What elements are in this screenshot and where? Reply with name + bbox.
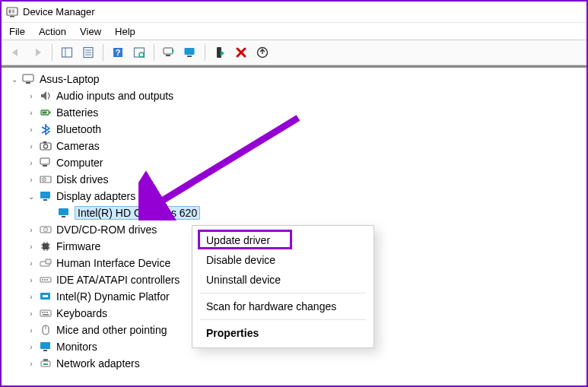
audio-icon — [38, 89, 53, 103]
tree-label: Display adapters — [56, 190, 135, 202]
ctx-scan[interactable]: Scan for hardware changes — [192, 297, 373, 316]
disk-icon — [38, 173, 53, 186]
monitor-icon — [38, 340, 53, 354]
show-hide-tree-button[interactable] — [57, 43, 77, 62]
ide-icon — [38, 273, 53, 287]
expand-icon[interactable]: › — [26, 241, 37, 252]
svg-rect-68 — [43, 359, 48, 361]
enable-device-button[interactable] — [210, 43, 230, 62]
svg-rect-2 — [9, 9, 11, 13]
svg-rect-30 — [43, 165, 47, 167]
svg-rect-34 — [40, 192, 50, 198]
tree-label: Human Interface Device — [56, 257, 170, 269]
expand-icon[interactable]: › — [26, 291, 37, 302]
tree-item-audio[interactable]: › Audio inputs and outputs — [6, 87, 586, 104]
expand-icon[interactable]: ⌄ — [9, 74, 20, 84]
tree-item-batteries[interactable]: › Batteries — [6, 104, 586, 121]
ctx-disable-device[interactable]: Disable device — [192, 250, 373, 270]
svg-point-54 — [44, 279, 46, 281]
tree-label: Computer — [56, 157, 103, 169]
tree-label: Firmware — [56, 240, 100, 252]
svg-rect-65 — [40, 342, 50, 349]
svg-rect-51 — [46, 259, 51, 264]
tree-item-display[interactable]: ⌄ Display adapters — [6, 188, 586, 205]
window-title: Device Manager — [23, 6, 95, 17]
tree-item-cameras[interactable]: › Cameras — [6, 138, 586, 154]
help-button[interactable]: ? — [108, 43, 128, 62]
ctx-uninstall-device[interactable]: Uninstall device — [192, 270, 373, 290]
svg-rect-66 — [43, 350, 47, 351]
properties-button[interactable] — [78, 43, 98, 62]
camera-icon — [38, 139, 53, 153]
expand-icon[interactable]: › — [26, 124, 37, 135]
collapse-icon[interactable]: ⌄ — [26, 191, 37, 201]
display-icon — [38, 189, 53, 203]
tree-item-intel-graphics[interactable]: Intel(R) HD Graphics 620 — [6, 205, 586, 221]
keyboard-icon — [38, 306, 53, 320]
svg-rect-1 — [10, 16, 14, 17]
hid-icon — [38, 256, 53, 270]
forward-button[interactable] — [27, 43, 47, 62]
context-menu: Update driver Disable device Uninstall d… — [192, 225, 374, 348]
update-driver-button[interactable] — [159, 43, 179, 62]
tree-label-selected: Intel(R) HD Graphics 620 — [75, 206, 200, 220]
expand-icon[interactable]: › — [26, 258, 37, 268]
back-button[interactable] — [6, 43, 26, 62]
svg-rect-16 — [166, 55, 170, 56]
svg-rect-4 — [62, 48, 72, 57]
tree-root[interactable]: ⌄ Asus-Laptop — [6, 71, 586, 87]
expand-icon[interactable]: › — [26, 141, 37, 151]
mouse-icon — [38, 323, 53, 337]
toolbar: ? — [2, 40, 586, 65]
scan-button[interactable] — [129, 43, 149, 62]
monitor-button[interactable] — [180, 43, 200, 62]
expand-icon[interactable]: › — [26, 157, 37, 168]
menu-help[interactable]: Help — [115, 26, 135, 37]
bluetooth-icon — [38, 122, 53, 136]
uninstall-button[interactable] — [231, 43, 251, 62]
app-icon — [6, 6, 18, 18]
svg-rect-3 — [12, 9, 14, 13]
svg-rect-28 — [43, 141, 46, 144]
expand-icon[interactable]: › — [26, 358, 37, 369]
display-icon — [56, 206, 72, 220]
svg-rect-25 — [43, 112, 47, 114]
svg-rect-62 — [43, 314, 49, 316]
tree-label: Keyboards — [56, 307, 107, 319]
tree-label: Monitors — [56, 341, 97, 353]
svg-rect-15 — [164, 48, 173, 54]
menu-view[interactable]: View — [80, 26, 101, 37]
tree-item-network[interactable]: › Network adapters — [6, 355, 586, 372]
svg-rect-35 — [43, 199, 47, 201]
ctx-update-driver[interactable]: Update driver — [192, 230, 373, 250]
dvd-icon — [38, 223, 53, 236]
menu-action[interactable]: Action — [39, 26, 66, 37]
expand-icon[interactable]: › — [26, 224, 37, 235]
tree-item-computer[interactable]: › Computer — [6, 154, 586, 171]
titlebar: Device Manager — [2, 2, 586, 23]
expand-icon[interactable]: › — [26, 341, 37, 352]
expand-icon[interactable]: › — [26, 308, 37, 319]
tree-item-disk[interactable]: › Disk drives — [6, 171, 586, 188]
add-legacy-button[interactable] — [253, 43, 272, 62]
svg-rect-37 — [62, 216, 65, 217]
svg-rect-29 — [40, 158, 49, 164]
svg-rect-36 — [59, 208, 68, 215]
expand-icon[interactable]: › — [26, 274, 37, 285]
expand-icon[interactable]: › — [26, 107, 37, 118]
tree-label: Asus-Laptop — [40, 73, 100, 85]
svg-rect-22 — [26, 82, 30, 84]
menu-file[interactable]: File — [9, 26, 25, 37]
expand-icon[interactable]: › — [26, 90, 37, 101]
ctx-properties[interactable]: Properties — [192, 323, 373, 343]
tree-item-bluetooth[interactable]: › Bluetooth — [6, 121, 586, 138]
expand-icon[interactable]: › — [26, 325, 37, 335]
network-icon — [38, 357, 53, 370]
toolbar-separator — [103, 44, 103, 61]
tree-label: IDE ATA/ATAPI controllers — [56, 274, 180, 286]
battery-icon — [38, 106, 53, 119]
svg-rect-18 — [187, 56, 192, 57]
toolbar-separator — [154, 44, 154, 61]
expand-icon[interactable]: › — [26, 174, 37, 185]
toolbar-separator — [52, 44, 52, 61]
